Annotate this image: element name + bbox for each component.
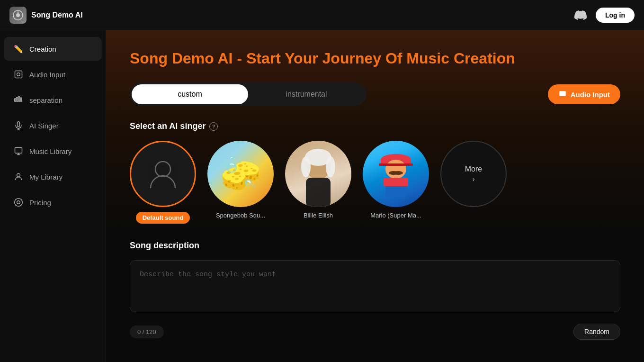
- audio-input-icon: [13, 69, 24, 80]
- svg-point-30: [394, 171, 403, 175]
- sidebar-item-music-library[interactable]: Music Library: [4, 139, 102, 163]
- sidebar-item-audio-input[interactable]: Audio Input: [4, 63, 102, 86]
- singer-avatar-default: [130, 141, 196, 207]
- my-library-icon: [13, 172, 24, 182]
- singer-item-more[interactable]: More ›: [440, 141, 507, 207]
- sidebar-item-pricing[interactable]: Pricing: [4, 190, 102, 214]
- svg-rect-6: [17, 97, 18, 101]
- svg-point-21: [301, 156, 311, 177]
- music-library-icon: [13, 146, 24, 156]
- svg-point-17: [155, 162, 170, 177]
- song-description-section: Song description: [130, 241, 620, 314]
- sidebar-item-creation-label: Creation: [29, 45, 56, 53]
- default-sound-badge: Default sound: [136, 212, 190, 224]
- tab-custom[interactable]: custom: [132, 84, 248, 104]
- song-description-title: Song description: [130, 241, 620, 251]
- tab-instrumental[interactable]: instrumental: [248, 84, 365, 104]
- audio-input-button[interactable]: Audio Input: [548, 84, 620, 104]
- mode-tab-group: custom instrumental: [130, 82, 367, 106]
- singer-avatar-spongebob: 🧽: [207, 141, 274, 207]
- more-label: More: [465, 165, 482, 173]
- sidebar-item-ai-singer-label: AI Singer: [29, 122, 59, 130]
- char-count-row: 0 / 120 Random: [130, 324, 620, 340]
- sidebar-item-ai-singer[interactable]: AI Singer: [4, 114, 102, 137]
- singer-name-spongebob: Spongebob Squ...: [216, 212, 265, 219]
- sidebar: ✏️ Creation Audio Input separati: [0, 30, 106, 362]
- topbar: Song Demo AI Log in: [0, 0, 644, 30]
- topbar-right: Log in: [571, 6, 635, 25]
- pricing-icon: [13, 197, 24, 208]
- sidebar-item-my-library-label: My Library: [29, 173, 63, 181]
- mode-tabs-row: custom instrumental Audio Input: [130, 82, 620, 106]
- svg-rect-8: [20, 98, 21, 101]
- svg-rect-19: [306, 178, 331, 207]
- app-logo-icon: [9, 7, 27, 24]
- discord-button[interactable]: [571, 6, 590, 25]
- sidebar-item-separation-label: separation: [29, 96, 63, 104]
- char-count: 0 / 120: [130, 326, 164, 338]
- sidebar-item-audio-input-label: Audio Input: [29, 71, 65, 79]
- sidebar-item-pricing-label: Pricing: [29, 199, 51, 207]
- svg-rect-7: [18, 97, 20, 102]
- creation-icon: ✏️: [13, 44, 24, 54]
- singers-row: Default sound 🧽 Spongebob Squ...: [130, 141, 620, 224]
- svg-point-22: [326, 156, 335, 177]
- song-description-textarea[interactable]: [130, 260, 620, 312]
- svg-point-12: [17, 173, 20, 177]
- singer-name-billie: Billie Eilish: [304, 212, 333, 219]
- singer-avatar-billie: [285, 141, 351, 207]
- singer-name-mario: Mario (Super Ma...: [370, 212, 421, 219]
- singer-item-billie[interactable]: Billie Eilish: [285, 141, 351, 219]
- singer-item-spongebob[interactable]: 🧽 Spongebob Squ...: [207, 141, 274, 219]
- svg-rect-15: [559, 91, 566, 97]
- chevron-right-icon: ›: [473, 175, 475, 183]
- sidebar-item-creation[interactable]: ✏️ Creation: [4, 37, 102, 61]
- help-icon[interactable]: ?: [209, 122, 218, 131]
- sidebar-item-separation[interactable]: separation: [4, 88, 102, 112]
- svg-point-14: [17, 201, 20, 204]
- separation-icon: [13, 95, 24, 105]
- svg-point-13: [15, 199, 23, 207]
- login-button[interactable]: Log in: [596, 8, 635, 23]
- singer-section-title: Select an AI singer ?: [130, 121, 620, 131]
- singer-avatar-mario: [363, 141, 429, 207]
- svg-rect-11: [15, 148, 22, 154]
- topbar-left: Song Demo AI: [9, 7, 83, 24]
- app-title: Song Demo AI: [31, 11, 83, 19]
- svg-point-2: [17, 11, 19, 13]
- sidebar-item-music-library-label: Music Library: [29, 147, 72, 155]
- page-title: Song Demo AI - Start Your Journey Of Mus…: [130, 49, 620, 67]
- singer-item-default[interactable]: Default sound: [130, 141, 196, 224]
- svg-point-1: [16, 13, 20, 17]
- layout: ✏️ Creation Audio Input separati: [0, 30, 644, 362]
- singer-item-mario[interactable]: Mario (Super Ma...: [363, 141, 429, 219]
- sidebar-item-my-library[interactable]: My Library: [4, 165, 102, 189]
- svg-rect-28: [384, 178, 408, 186]
- svg-point-25: [385, 160, 406, 179]
- svg-rect-26: [379, 163, 413, 166]
- svg-point-4: [17, 73, 20, 76]
- more-circle[interactable]: More ›: [440, 141, 507, 207]
- ai-singer-icon: [13, 120, 24, 131]
- svg-rect-3: [15, 71, 22, 78]
- svg-rect-5: [15, 99, 16, 102]
- random-button[interactable]: Random: [573, 324, 620, 340]
- main-content: Song Demo AI - Start Your Journey Of Mus…: [106, 30, 644, 362]
